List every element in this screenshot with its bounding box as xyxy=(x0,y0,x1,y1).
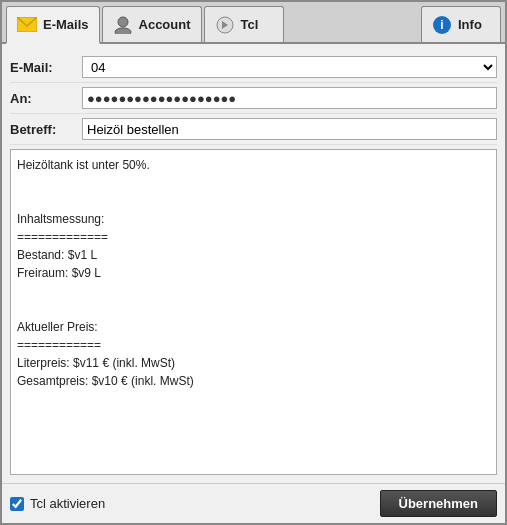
svg-point-1 xyxy=(118,17,128,27)
footer: Tcl aktivieren Übernehmen xyxy=(2,483,505,523)
tab-account-label: Account xyxy=(139,17,191,32)
content-area: E-Mail: 04 An: Betreff: Heizöltank ist u… xyxy=(2,44,505,483)
tab-info-label: Info xyxy=(458,17,482,32)
body-container: Heizöltank ist unter 50%. Inhaltsmessung… xyxy=(10,149,497,475)
info-icon: i xyxy=(432,17,452,33)
body-textarea[interactable]: Heizöltank ist unter 50%. Inhaltsmessung… xyxy=(10,149,497,475)
submit-button[interactable]: Übernehmen xyxy=(380,490,497,517)
tab-account[interactable]: Account xyxy=(102,6,202,42)
tcl-icon xyxy=(215,17,235,33)
tcl-checkbox-label: Tcl aktivieren xyxy=(30,496,105,511)
email-row: E-Mail: 04 xyxy=(10,52,497,83)
email-select-wrapper: 04 xyxy=(82,56,497,78)
email-select[interactable]: 04 xyxy=(82,56,497,78)
tab-info[interactable]: i Info xyxy=(421,6,501,42)
to-label: An: xyxy=(10,91,82,106)
subject-label: Betreff: xyxy=(10,122,82,137)
tab-spacer xyxy=(286,6,419,42)
tab-emails-label: E-Mails xyxy=(43,17,89,32)
to-row: An: xyxy=(10,83,497,114)
tcl-checkbox[interactable] xyxy=(10,497,24,511)
tab-tcl[interactable]: Tcl xyxy=(204,6,284,42)
tcl-check-container: Tcl aktivieren xyxy=(10,496,105,511)
tab-tcl-label: Tcl xyxy=(241,17,259,32)
email-label: E-Mail: xyxy=(10,60,82,75)
email-icon xyxy=(17,17,37,33)
subject-row: Betreff: xyxy=(10,114,497,145)
account-icon xyxy=(113,17,133,33)
to-input[interactable] xyxy=(82,87,497,109)
tab-bar: E-Mails Account Tcl i xyxy=(2,2,505,44)
tab-emails[interactable]: E-Mails xyxy=(6,6,100,44)
app-window: E-Mails Account Tcl i xyxy=(0,0,507,525)
subject-input[interactable] xyxy=(82,118,497,140)
svg-point-2 xyxy=(115,28,131,34)
